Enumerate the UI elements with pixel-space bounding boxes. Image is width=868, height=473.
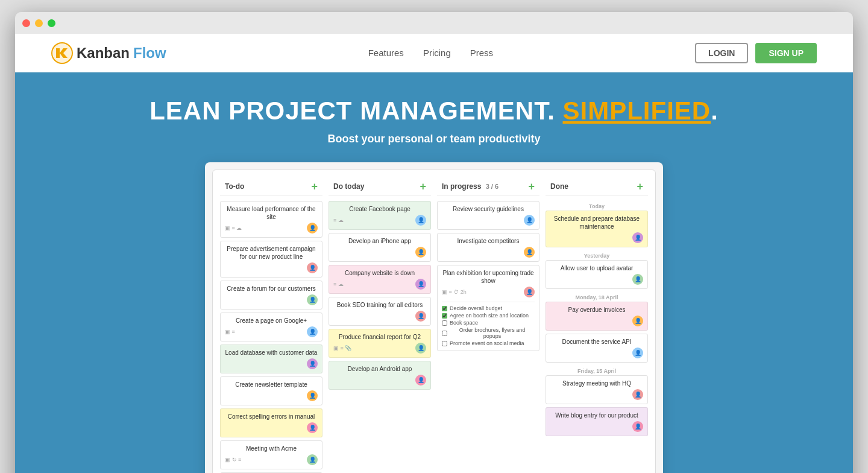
avatar: 👤 — [524, 287, 535, 297]
col-header-todo: To-do + — [220, 177, 322, 196]
headline-start: LEAN PROJECT MANAGEMENT. — [149, 97, 562, 125]
card[interactable]: Develop an iPhone app 👤 — [329, 233, 431, 262]
card[interactable]: Document the service API 👤 — [546, 334, 648, 363]
avatar: 👤 — [307, 262, 318, 273]
avatar: 👤 — [524, 215, 535, 226]
subtask-item: Agree on booth size and location — [442, 312, 535, 319]
card[interactable]: Meeting with Acme ▣ ↻ ≡ 👤 — [220, 440, 322, 469]
column-done: Done + Today Schedule and prepare databa… — [546, 177, 648, 473]
hero-headline: LEAN PROJECT MANAGEMENT. SIMPLIFIED. — [27, 97, 841, 125]
subtask-item: Decide overall budget — [442, 305, 535, 312]
add-inprogress-button[interactable]: + — [528, 181, 535, 192]
hero-section: LEAN PROJECT MANAGEMENT. SIMPLIFIED. Boo… — [15, 72, 853, 473]
avatar: 👤 — [415, 375, 426, 386]
titlebar — [15, 12, 853, 34]
section-label-monday: Monday, 18 April — [546, 292, 648, 302]
avatar: 👤 — [307, 390, 318, 401]
col-title-inprogress: In progress 3 / 6 — [442, 182, 498, 191]
close-dot[interactable] — [22, 19, 30, 27]
navbar: KanbanFlow Features Pricing Press LOGIN … — [15, 34, 853, 72]
headline-end: . — [711, 97, 719, 125]
minimize-dot[interactable] — [35, 19, 43, 27]
nav-links: Features Pricing Press — [368, 48, 493, 58]
avatar: 👤 — [307, 223, 318, 233]
card[interactable]: Allow user to upload avatar 👤 — [546, 260, 648, 289]
card[interactable]: Book SEO training for all editors 👤 — [329, 297, 431, 326]
avatar: 👤 — [307, 358, 318, 369]
card[interactable]: Produce financial report for Q2 ▣ ≡ 📎 👤 — [329, 329, 431, 358]
kanban-board-wrapper: To-do + Measure load performance of the … — [205, 162, 663, 473]
avatar: 👤 — [307, 294, 318, 305]
card-icon: ▣ ≡ ⏱ 2h — [442, 289, 467, 295]
maximize-dot[interactable] — [48, 19, 55, 27]
nav-actions: LOGIN SIGN UP — [695, 43, 817, 63]
logo-flow: Flow — [133, 45, 166, 62]
avatar: 👤 — [632, 316, 643, 326]
card[interactable]: Review security guidelines 👤 — [437, 201, 539, 230]
card[interactable]: Prepare advertisement campaign for our n… — [220, 241, 322, 278]
avatar: 👤 — [632, 232, 643, 243]
nav-features[interactable]: Features — [368, 48, 404, 58]
app-window: KanbanFlow Features Pricing Press LOGIN … — [15, 12, 853, 473]
card[interactable]: Develop an Android app 👤 — [329, 361, 431, 390]
avatar: 👤 — [632, 348, 643, 358]
avatar: 👤 — [524, 247, 535, 258]
section-label-yesterday: Yesterday — [546, 250, 648, 260]
nav-pricing[interactable]: Pricing — [423, 48, 451, 58]
column-dotoday: Do today + Create Facebook page ≡ ☁ 👤 De… — [329, 177, 431, 473]
card[interactable]: Schedule and prepare database maintenanc… — [546, 211, 648, 247]
subtask-item: Book space — [442, 319, 535, 326]
subtask-list: Decide overall budget Agree on booth siz… — [442, 302, 535, 347]
avatar: 👤 — [415, 343, 426, 354]
hero-subheadline: Boost your personal or team productivity — [27, 133, 841, 145]
card[interactable]: Investigate competitors 👤 — [437, 233, 539, 262]
add-done-button[interactable]: + — [637, 181, 643, 192]
login-button[interactable]: LOGIN — [695, 43, 748, 63]
section-label-friday: Friday, 15 April — [546, 366, 648, 375]
avatar: 👤 — [307, 422, 318, 433]
column-inprogress: In progress 3 / 6 + Review security guid… — [437, 177, 539, 473]
avatar: 👤 — [307, 454, 318, 465]
avatar: 👤 — [415, 311, 426, 322]
nav-press[interactable]: Press — [470, 48, 493, 58]
card[interactable]: Correct spelling errors in manual 👤 — [220, 408, 322, 437]
add-todo-button[interactable]: + — [311, 181, 318, 192]
col-header-dotoday: Do today + — [329, 177, 431, 196]
card-icon: ▣ ↻ ≡ — [225, 457, 241, 463]
col-title-done: Done — [550, 182, 568, 191]
card[interactable]: Create Facebook page ≡ ☁ 👤 — [329, 201, 431, 230]
card[interactable]: Create a forum for our customers 👤 — [220, 281, 322, 310]
col-title-todo: To-do — [225, 182, 244, 191]
card[interactable]: Pay overdue invoices 👤 — [546, 302, 648, 331]
avatar: 👤 — [415, 215, 426, 226]
logo-icon — [51, 42, 73, 64]
col-header-done: Done + — [546, 177, 648, 196]
logo-kanban: Kanban — [77, 45, 130, 62]
card[interactable]: Create newsletter template 👤 — [220, 376, 322, 405]
card-icon: ▣ ≡ — [225, 329, 235, 335]
card[interactable]: Create a page on Google+ ▣ ≡ 👤 — [220, 313, 322, 341]
card[interactable]: Strategy meeting with HQ 👤 — [546, 375, 648, 404]
avatar: 👤 — [632, 421, 643, 432]
avatar: 👤 — [415, 247, 426, 258]
subtask-item: Promote event on social media — [442, 340, 535, 347]
card[interactable]: Load database with customer data 👤 — [220, 344, 322, 373]
col-header-inprogress: In progress 3 / 6 + — [437, 177, 539, 196]
logo[interactable]: KanbanFlow — [51, 42, 166, 64]
avatar: 👤 — [415, 279, 426, 290]
col-title-dotoday: Do today — [333, 182, 364, 191]
add-dotoday-button[interactable]: + — [420, 181, 426, 192]
signup-nav-button[interactable]: SIGN UP — [755, 43, 817, 63]
card[interactable]: Plan exhibition for upcoming trade show … — [437, 265, 539, 351]
card-icon: ▣ ≡ ☁ — [225, 225, 242, 231]
avatar: 👤 — [632, 389, 643, 400]
card[interactable]: Company website is down ≡ ☁ 👤 — [329, 265, 431, 294]
headline-highlight: SIMPLIFIED — [563, 97, 711, 125]
card[interactable]: Write blog entry for our product 👤 — [546, 407, 648, 436]
avatar: 👤 — [632, 274, 643, 285]
avatar: 👤 — [307, 326, 318, 337]
subtask-item: Order brochures, flyers and popups — [442, 326, 535, 340]
card[interactable]: Measure load performance of the site ▣ ≡… — [220, 201, 322, 238]
section-label-today: Today — [546, 201, 648, 211]
card-icon: ≡ ☁ — [333, 281, 344, 287]
